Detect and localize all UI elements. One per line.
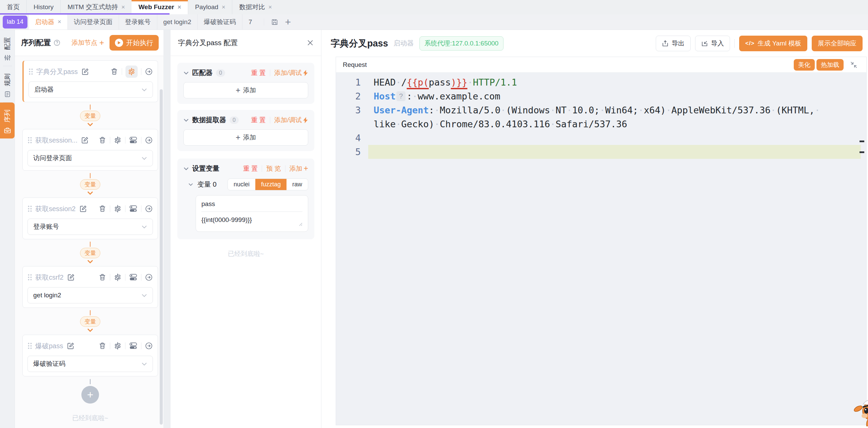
chevron-down-icon[interactable] [183,71,189,75]
edit-icon[interactable] [81,136,89,144]
editor-line[interactable]: 1HEAD·/{{p(pass)}}·HTTP/1.1 [336,75,866,89]
hot-reload-button[interactable]: 热加载 [816,59,844,71]
delete-icon[interactable] [98,136,106,144]
inherit-toggle-icon[interactable] [129,136,138,144]
beautify-button[interactable]: 美化 [794,59,815,71]
main-tab-2[interactable]: History [26,0,60,14]
extractor-add-button[interactable]: +添加 [183,129,308,146]
drag-handle-icon[interactable] [27,342,32,350]
close-icon[interactable]: × [58,18,61,25]
variables-add-button[interactable]: 添加+ [290,164,308,173]
editor-line-highlighted[interactable]: 5 [336,145,866,159]
resize-handle-icon[interactable] [298,221,302,226]
sequence-node-card[interactable]: 字典分叉pass启动器 [22,60,158,102]
edit-icon[interactable] [79,205,87,213]
add-tab-icon[interactable]: + [285,17,291,27]
mode-option-nuclei[interactable]: nuclei [228,179,255,190]
forward-icon[interactable] [145,136,153,144]
fuzzer-tab-2[interactable]: 访问登录页面 [67,14,119,30]
node-request-select[interactable]: get login2 [27,287,153,303]
forward-icon[interactable] [145,273,153,281]
chevron-down-icon[interactable] [188,183,193,186]
sequence-node-card[interactable]: 爆破pass爆破验证码 [22,335,158,376]
help-icon[interactable] [54,39,60,46]
edit-icon[interactable] [67,273,75,281]
editor-line[interactable]: 2Host?:·www.example.com [336,89,866,103]
forward-icon[interactable] [145,205,153,213]
main-tab-5[interactable]: Payload× [188,0,232,14]
inherit-toggle-icon[interactable] [129,273,138,281]
editor-line[interactable]: 4 [336,131,866,145]
http-request-editor[interactable]: 1HEAD·/{{p(pass)}}·HTTP/1.12Host?:·www.e… [336,73,866,425]
close-icon[interactable]: × [222,4,225,11]
delete-icon[interactable] [98,205,106,213]
inherit-toggle-icon[interactable] [129,205,138,213]
drag-handle-icon[interactable] [28,68,33,75]
variables-reset-button[interactable]: 重 置 [243,164,258,173]
node-request-select[interactable]: 启动器 [28,81,153,98]
import-button[interactable]: 导入 [695,36,730,51]
forward-icon[interactable] [145,68,153,76]
chevron-down-icon[interactable] [183,118,189,122]
collapse-icon[interactable] [850,61,857,69]
matcher-reset-button[interactable]: 重 置 [251,69,265,77]
main-tab-1[interactable]: 首页 [0,0,26,14]
close-icon[interactable]: × [178,4,181,11]
gear-icon[interactable] [114,205,122,213]
drag-handle-icon[interactable] [27,274,32,281]
run-button[interactable]: 开始执行 [110,35,159,51]
main-tab-3[interactable]: MITM 交互式劫持× [60,0,132,14]
gear-icon[interactable] [114,136,122,144]
variables-preview-button[interactable]: 预 览 [266,164,281,173]
drag-handle-icon[interactable] [27,136,32,144]
chevron-down-icon[interactable] [183,167,189,170]
close-icon[interactable]: × [268,4,272,11]
add-node-button[interactable]: 添加节点+ [72,38,104,47]
edit-icon[interactable] [81,68,89,76]
forward-icon[interactable] [145,342,153,350]
delete-icon[interactable] [98,273,106,281]
fuzzer-tab-6[interactable]: 7 [242,14,258,30]
tab-group-badge[interactable]: lab 14 [3,16,27,29]
generate-yaml-button[interactable]: </> 生成 Yaml 模板 [739,36,807,51]
variable-value-textarea[interactable]: {{int(0000-9999)}} [201,212,302,227]
node-request-select[interactable]: 爆破验证码 [27,356,153,372]
edit-icon[interactable] [66,342,75,350]
editor-line[interactable]: 3User-Agent:·Mozilla/5.0·(Windows·NT·10.… [336,103,866,117]
sequence-node-card[interactable]: 获取session...访问登录页面 [22,129,158,171]
save-icon[interactable] [271,18,278,26]
scrollbar-thumb[interactable] [160,89,163,425]
mode-option-fuzztag[interactable]: fuzztag [255,179,287,190]
drag-handle-icon[interactable] [27,205,32,212]
inherit-toggle-icon[interactable] [129,342,138,350]
fuzzer-tab-1[interactable]: 启动器× [29,14,67,30]
node-request-select[interactable]: 登录账号 [27,219,153,235]
extractor-reset-button[interactable]: 重 置 [251,116,265,125]
rail-tab-1[interactable]: 配置 [0,30,15,66]
gear-icon[interactable] [114,273,122,281]
export-button[interactable]: 导出 [656,36,691,51]
fuzzer-tab-5[interactable]: 爆破验证码 [197,14,242,30]
show-all-responses-button[interactable]: 展示全部响应 [812,36,863,51]
rail-tab-2[interactable]: 规则 [0,66,15,102]
node-request-select[interactable]: 访问登录页面 [27,150,153,166]
extractor-debug-button[interactable]: 添加/调试 [274,116,308,125]
fuzzer-tab-3[interactable]: 登录账号 [119,14,157,30]
close-icon[interactable]: × [121,4,125,11]
delete-icon[interactable] [110,68,118,76]
fuzzer-tab-4[interactable]: get login2 [157,14,197,30]
variable-name-input[interactable]: pass [201,200,302,212]
close-icon[interactable] [307,39,314,46]
sequence-node-card[interactable]: 获取csrf2get login2 [22,266,158,308]
delete-icon[interactable] [98,342,106,350]
mode-option-raw[interactable]: raw [287,179,308,190]
main-tab-6[interactable]: 数据对比× [232,0,279,14]
gear-icon[interactable] [125,66,138,78]
matcher-debug-button[interactable]: 添加/调试 [274,69,308,77]
sequence-node-card[interactable]: 获取session2登录账号 [22,198,158,239]
append-node-button[interactable]: + [81,386,99,404]
editor-line[interactable]: like·Gecko)·Chrome/83.0.4103.116·Safari/… [336,117,866,131]
rail-tab-3[interactable]: 序列 [0,103,15,138]
gear-icon[interactable] [114,342,122,350]
panel-resize-gutter[interactable] [163,30,171,428]
